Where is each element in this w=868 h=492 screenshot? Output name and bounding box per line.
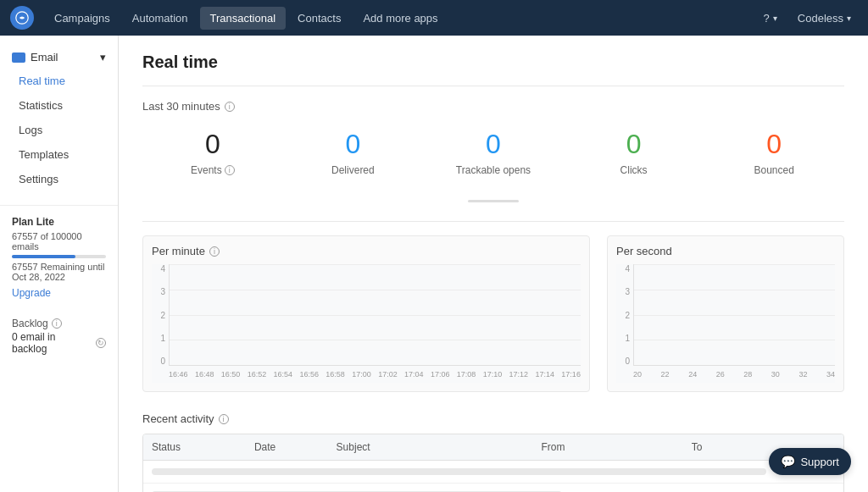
- nav-automation[interactable]: Automation: [122, 7, 198, 30]
- nav-right: ? ▾ Codeless ▾: [757, 8, 858, 28]
- layout: Email ▾ Real time Statistics Logs Templa…: [0, 36, 868, 492]
- per-minute-y-axis: 4 3 2 1 0: [152, 264, 169, 366]
- backlog-value: 0 email in backlog ↻: [12, 331, 106, 355]
- per-second-grid: [633, 264, 835, 366]
- plan-progress-bar: [12, 255, 75, 258]
- recent-activity-table: Status Date Subject From To: [142, 434, 844, 492]
- nav-contacts[interactable]: Contacts: [287, 7, 351, 30]
- recent-activity-section: Recent activity i Status Date Subject Fr…: [142, 412, 844, 492]
- per-second-chart-area: 4 3 2 1 0 20 22 24: [616, 264, 835, 383]
- main-content: Real time Last 30 minutes i 0 Events i 0…: [119, 36, 868, 492]
- col-header-subject: Subject: [337, 441, 542, 453]
- col-header-status: Status: [152, 441, 254, 453]
- per-minute-chart-area: 4 3 2 1 0 16:46 16:48: [152, 264, 581, 383]
- stat-clicks: 0 Clicks: [564, 130, 704, 176]
- sidebar-email-section: Email ▾ Real time Statistics Logs Templa…: [0, 46, 118, 191]
- col-header-from: From: [541, 441, 691, 453]
- top-navigation: Campaigns Automation Transactional Conta…: [0, 0, 868, 36]
- sidebar-item-settings[interactable]: Settings: [0, 167, 118, 191]
- sidebar-item-real-time[interactable]: Real time: [0, 69, 118, 93]
- last30-label: Last 30 minutes i: [142, 100, 844, 113]
- stat-delivered: 0 Delivered: [283, 130, 424, 176]
- table-row: [143, 461, 843, 484]
- email-icon: [12, 53, 25, 63]
- per-minute-grid: [169, 264, 581, 366]
- backlog-label: Backlog i: [12, 318, 106, 329]
- stat-events-label: Events i: [142, 164, 283, 176]
- per-minute-chart: Per minute i 4 3 2 1 0: [142, 235, 590, 392]
- stat-opens-value: 0: [423, 130, 564, 159]
- stat-trackable-opens: 0 Trackable opens: [423, 130, 564, 176]
- support-label: Support: [800, 456, 839, 468]
- stat-opens-label: Trackable opens: [423, 164, 564, 176]
- sidebar-item-statistics[interactable]: Statistics: [0, 93, 118, 118]
- stat-delivered-label: Delivered: [283, 164, 424, 176]
- skeleton-row-1: [152, 468, 766, 475]
- scroll-indicator: [468, 200, 519, 202]
- per-second-chart: Per second 4 3 2 1 0: [607, 235, 844, 392]
- last30-info-icon[interactable]: i: [225, 102, 235, 112]
- col-header-date: Date: [254, 441, 337, 453]
- sidebar-backlog: Backlog i 0 email in backlog ↻: [0, 309, 118, 363]
- nav-campaigns[interactable]: Campaigns: [44, 7, 120, 30]
- sidebar-email-group[interactable]: Email ▾: [0, 46, 118, 69]
- per-second-label: Per second: [616, 245, 835, 257]
- stat-bounced-value: 0: [704, 130, 844, 159]
- stat-bounced: 0 Bounced: [704, 130, 844, 176]
- stat-events-value: 0: [142, 130, 283, 159]
- backlog-refresh-icon[interactable]: ↻: [96, 338, 106, 348]
- support-icon: 💬: [781, 455, 795, 468]
- logo[interactable]: [10, 6, 34, 30]
- sidebar-item-logs[interactable]: Logs: [0, 118, 118, 142]
- help-label: ?: [764, 12, 770, 25]
- page-title: Real time: [142, 53, 844, 72]
- charts-row: Per minute i 4 3 2 1 0: [142, 235, 844, 392]
- user-menu[interactable]: Codeless ▾: [791, 8, 858, 28]
- per-minute-x-axis: 16:46 16:48 16:50 16:52 16:54 16:56 16:5…: [169, 366, 581, 383]
- stat-delivered-value: 0: [283, 130, 424, 159]
- activity-table-header: Status Date Subject From To: [143, 434, 843, 461]
- nav-items: Campaigns Automation Transactional Conta…: [44, 7, 754, 30]
- per-second-x-axis: 20 22 24 26 28 30 32 34: [633, 366, 835, 383]
- plan-progress-bar-container: [12, 255, 106, 258]
- sidebar: Email ▾ Real time Statistics Logs Templa…: [0, 36, 119, 492]
- stat-clicks-label: Clicks: [564, 164, 704, 176]
- sidebar-email-label: Email: [31, 51, 58, 64]
- recent-activity-label: Recent activity i: [142, 412, 844, 425]
- stat-clicks-value: 0: [564, 130, 704, 159]
- user-label: Codeless: [798, 12, 843, 25]
- sidebar-email-chevron: ▾: [100, 51, 106, 64]
- table-row: [143, 484, 843, 492]
- help-menu[interactable]: ? ▾: [757, 8, 784, 28]
- nav-add-more-apps[interactable]: Add more apps: [353, 7, 448, 30]
- per-minute-label: Per minute i: [152, 245, 581, 257]
- plan-name: Plan Lite: [12, 216, 106, 228]
- events-info-icon[interactable]: i: [225, 165, 235, 175]
- stat-events: 0 Events i: [142, 130, 283, 176]
- per-second-y-axis: 4 3 2 1 0: [616, 264, 633, 366]
- plan-emails: 67557 of 100000 emails: [12, 231, 106, 252]
- upgrade-link[interactable]: Upgrade: [12, 287, 106, 299]
- recent-activity-info-icon[interactable]: i: [219, 414, 229, 424]
- user-chevron: ▾: [847, 14, 851, 23]
- sidebar-plan: Plan Lite 67557 of 100000 emails 67557 R…: [0, 205, 118, 309]
- plan-remaining: 67557 Remaining until Oct 28, 2022: [12, 262, 106, 282]
- per-minute-info-icon[interactable]: i: [209, 246, 220, 257]
- stat-bounced-label: Bounced: [704, 164, 844, 176]
- title-divider: [142, 86, 844, 86]
- stats-divider: [142, 221, 844, 222]
- stats-row: 0 Events i 0 Delivered 0 Trackable opens: [142, 130, 844, 176]
- help-chevron: ▾: [773, 14, 777, 23]
- support-button[interactable]: 💬 Support: [769, 448, 851, 475]
- backlog-info-icon[interactable]: i: [52, 318, 62, 329]
- sidebar-item-templates[interactable]: Templates: [0, 142, 118, 167]
- nav-transactional[interactable]: Transactional: [200, 7, 287, 30]
